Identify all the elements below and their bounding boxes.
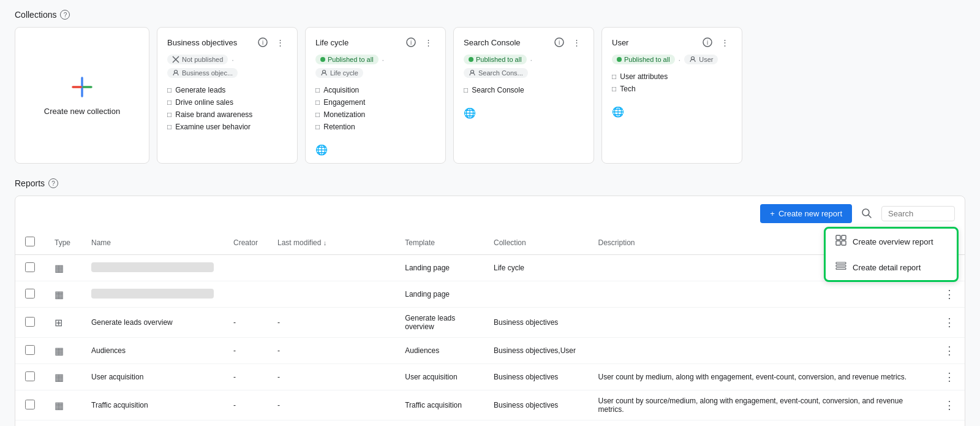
cell-modified: - xyxy=(268,420,336,427)
row-checkbox[interactable] xyxy=(25,371,35,381)
create-collection-card[interactable]: Create new collection xyxy=(15,27,149,164)
plus-icon xyxy=(70,75,94,99)
svg-rect-24 xyxy=(836,265,846,267)
reports-table: Type Name Creator Last modified ↓ Templa… xyxy=(15,230,965,426)
create-new-report-button[interactable]: + Create new report xyxy=(760,204,852,223)
cell-template: Generate leads overview xyxy=(395,308,484,338)
svg-rect-21 xyxy=(836,241,840,245)
collection-more-icon[interactable]: ⋮ xyxy=(569,35,584,50)
cell-creator: - xyxy=(224,338,268,364)
collection-info-icon[interactable]: i xyxy=(552,35,567,50)
cell-collection: Business objectives xyxy=(484,364,589,390)
cell-collection: Business objectives xyxy=(484,390,589,420)
table-type-icon: ▦ xyxy=(55,372,64,382)
cell-name: Traffic acquisition xyxy=(81,390,224,420)
cell-template: Audiences xyxy=(395,338,484,364)
cell-name: Generate leads overview xyxy=(81,308,224,338)
cell-template: Landing page xyxy=(395,255,484,281)
cell-collection: Business objectives,User xyxy=(484,338,589,364)
redacted-name xyxy=(91,262,214,272)
plus-label: + xyxy=(770,209,775,218)
collection-info-icon[interactable]: i xyxy=(404,35,418,50)
create-detail-label: Create detail report xyxy=(853,263,921,272)
collection-card-user: User i ⋮ Published to all · User xyxy=(601,27,742,164)
collections-info-icon[interactable]: ? xyxy=(60,10,70,20)
cell-description xyxy=(589,308,934,338)
reports-title: Reports xyxy=(15,178,45,188)
collection-info-icon[interactable]: i xyxy=(255,35,270,50)
table-row: ▦ Landing page Life cycle ⋮ xyxy=(15,255,965,281)
collection-card-life-cycle: Life cycle i ⋮ Published to all · Life c… xyxy=(305,27,446,164)
cell-collection: Life cycle xyxy=(484,255,589,281)
world-icon: 🌐 xyxy=(315,144,328,156)
svg-rect-22 xyxy=(842,241,846,245)
table-type-icon: ▦ xyxy=(55,346,64,356)
create-overview-label: Create overview report xyxy=(853,237,933,246)
reports-info-icon[interactable]: ? xyxy=(48,178,58,188)
svg-rect-20 xyxy=(842,235,846,240)
row-checkbox[interactable] xyxy=(25,289,35,299)
cell-template: Traffic acquisition xyxy=(395,390,484,420)
row-checkbox[interactable] xyxy=(25,317,35,327)
scope-badge: Life cycle xyxy=(315,68,363,78)
create-overview-report-item[interactable]: Create overview report xyxy=(826,229,957,254)
row-checkbox[interactable] xyxy=(25,262,35,272)
row-more-button[interactable]: ⋮ xyxy=(944,344,955,357)
svg-rect-23 xyxy=(836,262,846,264)
create-detail-report-item[interactable]: Create detail report xyxy=(826,254,957,280)
cell-template: Landing page xyxy=(395,420,484,427)
cell-modified: - xyxy=(268,390,336,420)
green-dot xyxy=(469,57,473,62)
search-input[interactable] xyxy=(881,206,955,221)
cell-name: Audiences xyxy=(81,338,224,364)
collection-items: □Search Console xyxy=(464,84,584,96)
collection-info-icon[interactable]: i xyxy=(700,35,715,50)
row-more-button[interactable]: ⋮ xyxy=(944,371,955,383)
table-row: ▦ Landing page - - Landing page Business… xyxy=(15,420,965,427)
collection-more-icon[interactable]: ⋮ xyxy=(717,35,732,50)
collection-more-icon[interactable]: ⋮ xyxy=(273,35,287,50)
collection-title: Business objectives xyxy=(167,38,237,47)
collection-more-icon[interactable]: ⋮ xyxy=(421,35,435,50)
svg-rect-19 xyxy=(836,235,840,240)
create-report-label: Create new report xyxy=(778,209,842,218)
table-row: ▦ Traffic acquisition - - Traffic acquis… xyxy=(15,390,965,420)
row-more-button[interactable]: ⋮ xyxy=(944,288,955,300)
cell-collection: Business objectives xyxy=(484,308,589,338)
redacted-name xyxy=(91,289,214,299)
table-type-icon: ▦ xyxy=(55,289,64,300)
table-row: ⊞ Generate leads overview - - Generate l… xyxy=(15,308,965,338)
table-row: ▦ User acquisition - - User acquisition … xyxy=(15,364,965,390)
svg-text:i: i xyxy=(262,39,263,46)
create-report-dropdown: Create overview report Create detail rep… xyxy=(824,227,959,282)
row-checkbox[interactable] xyxy=(25,345,35,355)
cell-name: User acquisition xyxy=(81,364,224,390)
collection-card-business-objectives: Business objectives i ⋮ Not published · … xyxy=(157,27,298,164)
cell-description: User count by medium, along with engagem… xyxy=(589,364,934,390)
cell-collection xyxy=(484,281,589,308)
col-header-name: Name xyxy=(81,230,224,255)
row-more-button[interactable]: ⋮ xyxy=(944,399,955,411)
row-more-button[interactable]: ⋮ xyxy=(944,316,955,329)
cell-collection: Business objectives xyxy=(484,420,589,427)
cell-name: Landing page xyxy=(81,420,224,427)
cell-description xyxy=(589,338,934,364)
create-collection-label: Create new collection xyxy=(44,107,120,116)
detail-icon xyxy=(835,261,846,274)
col-header-collection: Collection xyxy=(484,230,589,255)
collections-title: Collections xyxy=(15,10,56,20)
green-dot xyxy=(320,57,325,62)
table-type-icon: ▦ xyxy=(55,263,64,273)
select-all-checkbox[interactable] xyxy=(25,237,35,246)
col-header-last-modified[interactable]: Last modified ↓ xyxy=(268,230,336,255)
svg-line-18 xyxy=(869,215,872,218)
svg-rect-25 xyxy=(836,268,846,270)
reports-table-container: Type Name Creator Last modified ↓ Templa… xyxy=(15,230,965,426)
search-icon-button[interactable] xyxy=(857,203,876,223)
sort-icon: ↓ xyxy=(323,239,327,246)
reports-toolbar: + Create new report Create overview repo… xyxy=(15,196,965,230)
cell-creator: - xyxy=(224,364,268,390)
row-checkbox[interactable] xyxy=(25,400,35,409)
collections-row: Create new collection Business objective… xyxy=(15,27,965,164)
published-badge: Published to all xyxy=(464,55,527,64)
